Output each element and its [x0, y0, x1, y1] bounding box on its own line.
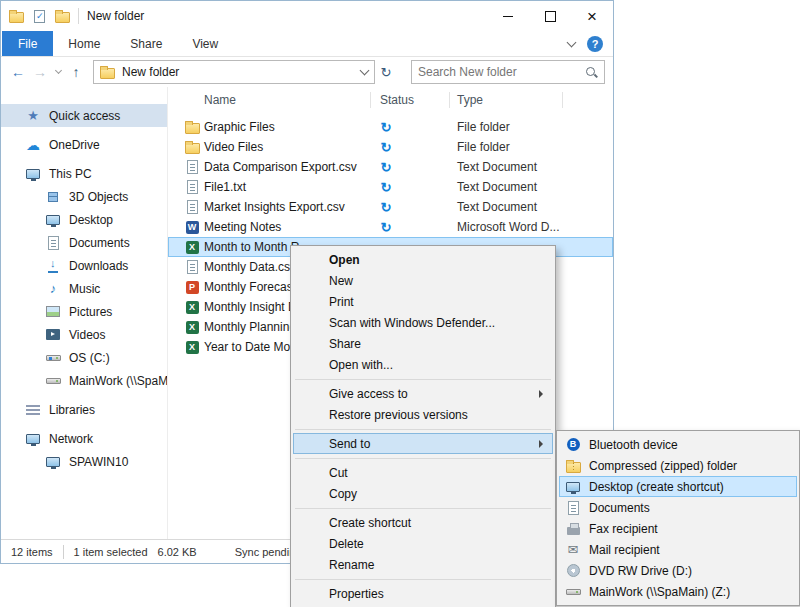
- file-row[interactable]: Graphic FilesFile folder: [168, 117, 613, 137]
- sendto-item-dvd-rw-drive[interactable]: DVD RW Drive (D:): [559, 560, 797, 581]
- properties-toolbar-icon[interactable]: [34, 10, 45, 23]
- menu-separator: [293, 575, 553, 583]
- breadcrumb[interactable]: New folder: [93, 60, 375, 84]
- text-file-icon: [187, 260, 198, 274]
- context-menu-item-scan[interactable]: Scan with Windows Defender...: [293, 312, 553, 333]
- column-header-name[interactable]: Name: [204, 93, 236, 107]
- desktop-icon: [566, 482, 580, 492]
- window-title: New folder: [87, 9, 144, 23]
- sidebar-item-onedrive[interactable]: OneDrive: [1, 133, 167, 156]
- sidebar-item-documents[interactable]: Documents: [1, 231, 167, 254]
- navigation-pane: Quick access OneDrive This PC 3D Objects…: [1, 87, 167, 539]
- sidebar-item-videos[interactable]: Videos: [1, 323, 167, 346]
- videos-icon: [46, 329, 60, 340]
- column-separator[interactable]: [449, 92, 450, 108]
- context-menu-item-share[interactable]: Share: [293, 333, 553, 354]
- forward-button[interactable]: [29, 61, 51, 83]
- context-menu-item-print[interactable]: Print: [293, 291, 553, 312]
- maximize-button[interactable]: [529, 1, 571, 31]
- folder-icon: [185, 143, 200, 154]
- breadcrumb-segment[interactable]: New folder: [122, 65, 179, 79]
- tab-home[interactable]: Home: [53, 31, 115, 56]
- sidebar-item-os-c[interactable]: OS (C:): [1, 346, 167, 369]
- context-menu-item-restore-previous-versions[interactable]: Restore previous versions: [293, 404, 553, 425]
- file-row[interactable]: Meeting NotesMicrosoft Word D...: [168, 217, 613, 237]
- menu-separator: [293, 375, 553, 383]
- context-menu-item-copy[interactable]: Copy: [293, 483, 553, 504]
- column-separator[interactable]: [562, 92, 563, 108]
- new-folder-toolbar-icon[interactable]: [55, 12, 70, 23]
- breadcrumb-dropdown-icon[interactable]: [360, 66, 370, 76]
- sidebar-item-3d-objects[interactable]: 3D Objects: [1, 185, 167, 208]
- pc-icon: [46, 457, 60, 467]
- ribbon-expand-chevron-icon[interactable]: [567, 37, 577, 47]
- address-bar: New folder: [1, 57, 613, 87]
- context-menu-item-properties[interactable]: Properties: [293, 583, 553, 604]
- sendto-item-documents[interactable]: Documents: [559, 497, 797, 518]
- file-row[interactable]: File1.txtText Document: [168, 177, 613, 197]
- context-menu-item-open-with[interactable]: Open with...: [293, 354, 553, 375]
- up-button[interactable]: [65, 61, 87, 83]
- sidebar-item-spawin10[interactable]: SPAWIN10: [1, 450, 167, 473]
- document-icon: [48, 236, 59, 250]
- sendto-item-desktop-create-shortcut[interactable]: Desktop (create shortcut): [559, 476, 797, 497]
- sidebar-item-music[interactable]: Music: [1, 277, 167, 300]
- search-input[interactable]: [418, 65, 585, 79]
- sidebar-item-pictures[interactable]: Pictures: [1, 300, 167, 323]
- os-drive-icon: [46, 355, 61, 361]
- excel-icon: [186, 341, 199, 354]
- excel-icon: [186, 321, 199, 334]
- text-file-icon: [187, 200, 198, 214]
- sendto-item-fax-recipient[interactable]: Fax recipient: [559, 518, 797, 539]
- sendto-item-compressed-folder[interactable]: Compressed (zipped) folder: [559, 455, 797, 476]
- music-icon: [50, 281, 57, 297]
- tab-file[interactable]: File: [2, 31, 53, 56]
- context-menu-item-give-access-to[interactable]: Give access to: [293, 383, 553, 404]
- excel-icon: [186, 241, 199, 254]
- document-icon: [568, 501, 579, 515]
- back-button[interactable]: [7, 61, 29, 83]
- column-separator[interactable]: [370, 92, 371, 108]
- word-icon: [186, 221, 199, 234]
- close-button[interactable]: [571, 1, 613, 31]
- file-row[interactable]: Video FilesFile folder: [168, 137, 613, 157]
- sendto-item-bluetooth-device[interactable]: Bluetooth device: [559, 434, 797, 455]
- context-menu-item-create-shortcut[interactable]: Create shortcut: [293, 512, 553, 533]
- sync-status-icon: [379, 200, 394, 215]
- items-count: 12 items: [11, 546, 53, 558]
- sendto-item-mainwork-drive[interactable]: MainWork (\\SpaMain) (Z:): [559, 581, 797, 602]
- tab-view[interactable]: View: [177, 31, 233, 56]
- context-menu-item-cut[interactable]: Cut: [293, 462, 553, 483]
- sidebar-item-downloads[interactable]: Downloads: [1, 254, 167, 277]
- file-row[interactable]: Data Comparison Export.csvText Document: [168, 157, 613, 177]
- column-header-status[interactable]: Status: [380, 93, 414, 107]
- zip-folder-icon: [566, 462, 581, 473]
- mail-icon: [568, 542, 579, 558]
- refresh-icon[interactable]: [375, 61, 397, 83]
- cloud-icon: [26, 137, 40, 153]
- context-menu-item-send-to[interactable]: Send to: [293, 433, 553, 454]
- tab-share[interactable]: Share: [115, 31, 177, 56]
- sidebar-item-desktop[interactable]: Desktop: [1, 208, 167, 231]
- sendto-item-mail-recipient[interactable]: Mail recipient: [559, 539, 797, 560]
- sidebar-item-this-pc[interactable]: This PC: [1, 162, 167, 185]
- sidebar-item-mainwork-drive[interactable]: MainWork (\\SpaMai: [1, 369, 167, 392]
- window-folder-icon[interactable]: [9, 12, 24, 23]
- column-header-type[interactable]: Type: [457, 93, 483, 107]
- context-menu-item-delete[interactable]: Delete: [293, 533, 553, 554]
- sidebar-item-quick-access[interactable]: Quick access: [1, 104, 167, 127]
- send-to-submenu: Bluetooth device Compressed (zipped) fol…: [556, 430, 800, 606]
- minimize-button[interactable]: [487, 1, 529, 31]
- file-row[interactable]: Market Insights Export.csvText Document: [168, 197, 613, 217]
- screen: New folder File Home Share View: [0, 0, 800, 607]
- search-icon[interactable]: [585, 66, 598, 79]
- context-menu-item-rename[interactable]: Rename: [293, 554, 553, 575]
- column-headers: Name Status Type: [168, 87, 613, 113]
- context-menu-item-open[interactable]: Open: [293, 249, 553, 270]
- sidebar-item-network[interactable]: Network: [1, 427, 167, 450]
- network-drive-icon: [566, 589, 581, 595]
- help-icon[interactable]: [587, 36, 603, 52]
- history-chevron-icon[interactable]: [51, 61, 65, 83]
- sidebar-item-libraries[interactable]: Libraries: [1, 398, 167, 421]
- context-menu-item-new[interactable]: New: [293, 270, 553, 291]
